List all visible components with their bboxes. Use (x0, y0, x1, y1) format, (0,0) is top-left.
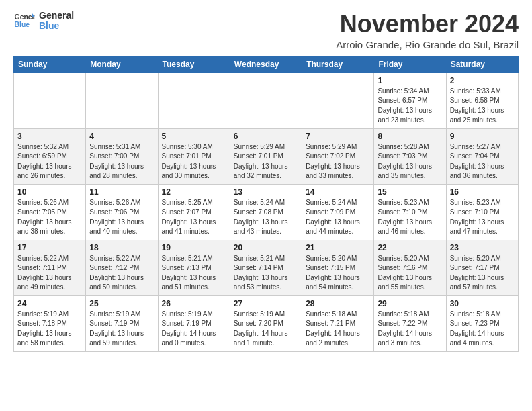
day-info: Sunrise: 5:19 AM Sunset: 7:19 PM Dayligh… (162, 310, 226, 349)
calendar-cell: 17Sunrise: 5:22 AM Sunset: 7:11 PM Dayli… (14, 240, 86, 295)
calendar-cell: 14Sunrise: 5:24 AM Sunset: 7:09 PM Dayli… (302, 184, 374, 240)
calendar-week-row: 10Sunrise: 5:26 AM Sunset: 7:05 PM Dayli… (14, 184, 519, 240)
calendar-cell: 23Sunrise: 5:20 AM Sunset: 7:17 PM Dayli… (446, 240, 518, 295)
logo: General Blue General Blue (13, 11, 74, 32)
calendar-cell: 8Sunrise: 5:28 AM Sunset: 7:03 PM Daylig… (374, 128, 446, 184)
day-number: 28 (306, 299, 370, 308)
calendar-cell: 29Sunrise: 5:18 AM Sunset: 7:22 PM Dayli… (374, 295, 446, 351)
day-info: Sunrise: 5:21 AM Sunset: 7:13 PM Dayligh… (162, 254, 226, 293)
calendar-week-row: 17Sunrise: 5:22 AM Sunset: 7:11 PM Dayli… (14, 240, 519, 295)
day-info: Sunrise: 5:24 AM Sunset: 7:09 PM Dayligh… (306, 198, 370, 237)
calendar-cell: 16Sunrise: 5:23 AM Sunset: 7:10 PM Dayli… (446, 184, 518, 240)
day-number: 27 (234, 299, 298, 308)
calendar-cell: 3Sunrise: 5:32 AM Sunset: 6:59 PM Daylig… (14, 128, 86, 184)
calendar-week-row: 1Sunrise: 5:34 AM Sunset: 6:57 PM Daylig… (14, 73, 519, 128)
day-number: 18 (89, 243, 154, 253)
day-number: 17 (17, 243, 82, 253)
day-info: Sunrise: 5:27 AM Sunset: 7:04 PM Dayligh… (450, 142, 515, 181)
calendar-cell: 30Sunrise: 5:18 AM Sunset: 7:23 PM Dayli… (446, 295, 518, 351)
day-number: 9 (450, 132, 515, 141)
weekday-header: Wednesday (230, 56, 302, 73)
day-info: Sunrise: 5:23 AM Sunset: 7:10 PM Dayligh… (378, 198, 442, 237)
day-info: Sunrise: 5:26 AM Sunset: 7:05 PM Dayligh… (17, 198, 82, 237)
day-info: Sunrise: 5:19 AM Sunset: 7:20 PM Dayligh… (234, 310, 298, 349)
logo-text-blue: Blue (39, 21, 74, 31)
calendar-cell (302, 73, 374, 128)
day-number: 13 (234, 187, 298, 197)
day-info: Sunrise: 5:20 AM Sunset: 7:15 PM Dayligh… (306, 254, 370, 293)
calendar-cell (86, 73, 158, 128)
day-number: 3 (17, 132, 82, 141)
calendar-cell: 12Sunrise: 5:25 AM Sunset: 7:07 PM Dayli… (158, 184, 230, 240)
weekday-header: Tuesday (158, 56, 230, 73)
weekday-header: Friday (374, 56, 446, 73)
calendar-cell: 21Sunrise: 5:20 AM Sunset: 7:15 PM Dayli… (302, 240, 374, 295)
day-info: Sunrise: 5:28 AM Sunset: 7:03 PM Dayligh… (378, 142, 442, 181)
day-number: 12 (162, 187, 226, 197)
day-info: Sunrise: 5:18 AM Sunset: 7:22 PM Dayligh… (378, 310, 442, 349)
calendar-cell (230, 73, 302, 128)
calendar-header-row: SundayMondayTuesdayWednesdayThursdayFrid… (14, 56, 519, 73)
day-info: Sunrise: 5:18 AM Sunset: 7:23 PM Dayligh… (450, 310, 515, 349)
calendar-cell: 10Sunrise: 5:26 AM Sunset: 7:05 PM Dayli… (14, 184, 86, 240)
day-info: Sunrise: 5:22 AM Sunset: 7:12 PM Dayligh… (89, 254, 154, 293)
day-info: Sunrise: 5:24 AM Sunset: 7:08 PM Dayligh… (234, 198, 298, 237)
day-number: 15 (378, 187, 442, 197)
calendar-cell: 7Sunrise: 5:29 AM Sunset: 7:02 PM Daylig… (302, 128, 374, 184)
calendar-cell (14, 73, 86, 128)
day-number: 26 (162, 299, 226, 308)
day-info: Sunrise: 5:19 AM Sunset: 7:19 PM Dayligh… (89, 310, 154, 349)
day-info: Sunrise: 5:22 AM Sunset: 7:11 PM Dayligh… (17, 254, 82, 293)
day-info: Sunrise: 5:29 AM Sunset: 7:01 PM Dayligh… (234, 142, 298, 181)
day-number: 16 (450, 187, 515, 197)
calendar-cell: 27Sunrise: 5:19 AM Sunset: 7:20 PM Dayli… (230, 295, 302, 351)
day-number: 4 (89, 132, 154, 141)
calendar-cell: 15Sunrise: 5:23 AM Sunset: 7:10 PM Dayli… (374, 184, 446, 240)
calendar-cell: 28Sunrise: 5:18 AM Sunset: 7:21 PM Dayli… (302, 295, 374, 351)
day-number: 8 (378, 132, 442, 141)
calendar-cell: 18Sunrise: 5:22 AM Sunset: 7:12 PM Dayli… (86, 240, 158, 295)
calendar-cell: 4Sunrise: 5:31 AM Sunset: 7:00 PM Daylig… (86, 128, 158, 184)
calendar-cell: 26Sunrise: 5:19 AM Sunset: 7:19 PM Dayli… (158, 295, 230, 351)
day-number: 7 (306, 132, 370, 141)
calendar-week-row: 3Sunrise: 5:32 AM Sunset: 6:59 PM Daylig… (14, 128, 519, 184)
day-number: 14 (306, 187, 370, 197)
calendar-cell: 20Sunrise: 5:21 AM Sunset: 7:14 PM Dayli… (230, 240, 302, 295)
calendar-cell: 25Sunrise: 5:19 AM Sunset: 7:19 PM Dayli… (86, 295, 158, 351)
day-number: 6 (234, 132, 298, 141)
day-info: Sunrise: 5:20 AM Sunset: 7:16 PM Dayligh… (378, 254, 442, 293)
day-info: Sunrise: 5:29 AM Sunset: 7:02 PM Dayligh… (306, 142, 370, 181)
day-info: Sunrise: 5:19 AM Sunset: 7:18 PM Dayligh… (17, 310, 82, 349)
calendar-cell: 9Sunrise: 5:27 AM Sunset: 7:04 PM Daylig… (446, 128, 518, 184)
day-number: 19 (162, 243, 226, 253)
day-number: 30 (450, 299, 515, 308)
calendar-cell: 1Sunrise: 5:34 AM Sunset: 6:57 PM Daylig… (374, 73, 446, 128)
day-number: 5 (162, 132, 226, 141)
day-info: Sunrise: 5:20 AM Sunset: 7:17 PM Dayligh… (450, 254, 515, 293)
day-number: 20 (234, 243, 298, 253)
logo-text-general: General (39, 11, 74, 21)
calendar-cell: 11Sunrise: 5:26 AM Sunset: 7:06 PM Dayli… (86, 184, 158, 240)
weekday-header: Thursday (302, 56, 374, 73)
day-info: Sunrise: 5:31 AM Sunset: 7:00 PM Dayligh… (89, 142, 154, 181)
day-info: Sunrise: 5:34 AM Sunset: 6:57 PM Dayligh… (378, 87, 442, 126)
month-year-title: November 2024 (336, 11, 519, 38)
day-info: Sunrise: 5:26 AM Sunset: 7:06 PM Dayligh… (89, 198, 154, 237)
calendar-cell (158, 73, 230, 128)
calendar-cell: 22Sunrise: 5:20 AM Sunset: 7:16 PM Dayli… (374, 240, 446, 295)
weekday-header: Sunday (14, 56, 86, 73)
calendar-cell: 5Sunrise: 5:30 AM Sunset: 7:01 PM Daylig… (158, 128, 230, 184)
day-info: Sunrise: 5:33 AM Sunset: 6:58 PM Dayligh… (450, 87, 515, 126)
calendar-table: SundayMondayTuesdayWednesdayThursdayFrid… (13, 56, 519, 352)
page-header: General Blue General Blue November 2024 … (13, 11, 519, 50)
weekday-header: Saturday (446, 56, 518, 73)
day-number: 25 (89, 299, 154, 308)
calendar-cell: 19Sunrise: 5:21 AM Sunset: 7:13 PM Dayli… (158, 240, 230, 295)
calendar-cell: 2Sunrise: 5:33 AM Sunset: 6:58 PM Daylig… (446, 73, 518, 128)
day-number: 1 (378, 76, 442, 85)
day-info: Sunrise: 5:23 AM Sunset: 7:10 PM Dayligh… (450, 198, 515, 237)
day-number: 11 (89, 187, 154, 197)
day-info: Sunrise: 5:18 AM Sunset: 7:21 PM Dayligh… (306, 310, 370, 349)
calendar-body: 1Sunrise: 5:34 AM Sunset: 6:57 PM Daylig… (14, 73, 519, 351)
calendar-cell: 13Sunrise: 5:24 AM Sunset: 7:08 PM Dayli… (230, 184, 302, 240)
